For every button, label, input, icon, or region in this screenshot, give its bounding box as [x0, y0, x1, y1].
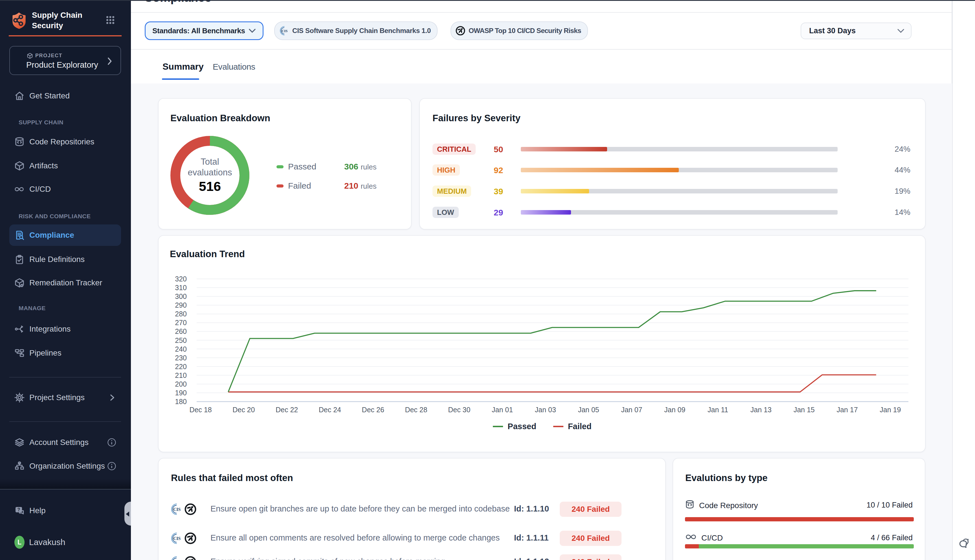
svg-text:190: 190: [175, 389, 187, 397]
svg-text:Jan 03: Jan 03: [535, 406, 556, 414]
svg-text:Jan 13: Jan 13: [750, 406, 771, 414]
svg-text:Jan 07: Jan 07: [621, 406, 642, 414]
svg-text:CIS: CIS: [282, 29, 287, 33]
svg-text:Dec 30: Dec 30: [448, 406, 470, 414]
svg-text:210: 210: [175, 372, 187, 379]
svg-text:270: 270: [175, 318, 187, 327]
svg-text:Dec 18: Dec 18: [189, 406, 212, 414]
svg-text:Dec 20: Dec 20: [232, 406, 255, 414]
svg-text:310: 310: [175, 284, 187, 292]
svg-text:240: 240: [175, 345, 187, 353]
svg-text:200: 200: [175, 380, 187, 388]
svg-text:CIS: CIS: [173, 507, 181, 512]
svg-text:Dec 26: Dec 26: [362, 406, 384, 414]
svg-text:?: ?: [17, 507, 20, 512]
svg-text:Dec 24: Dec 24: [319, 406, 341, 414]
svg-text:300: 300: [175, 292, 187, 300]
svg-text:CIS: CIS: [173, 536, 181, 541]
svg-text:Jan 09: Jan 09: [664, 406, 685, 414]
svg-text:Jan 05: Jan 05: [578, 406, 599, 414]
svg-text:290: 290: [175, 301, 187, 309]
svg-text:Jan 11: Jan 11: [708, 406, 728, 414]
svg-text:220: 220: [175, 363, 187, 370]
svg-text:250: 250: [175, 337, 187, 344]
svg-text:Jan 17: Jan 17: [836, 406, 858, 414]
svg-text:Jan 01: Jan 01: [492, 406, 513, 414]
svg-text:Jan 15: Jan 15: [794, 406, 815, 414]
svg-text:320: 320: [175, 275, 187, 283]
svg-text:260: 260: [175, 327, 187, 335]
svg-text:Dec 22: Dec 22: [275, 406, 298, 414]
svg-text:230: 230: [175, 354, 187, 362]
svg-text:Dec 28: Dec 28: [405, 406, 427, 414]
svg-text:280: 280: [175, 310, 187, 318]
svg-text:180: 180: [175, 398, 187, 405]
svg-text:Jan 19: Jan 19: [880, 406, 901, 414]
